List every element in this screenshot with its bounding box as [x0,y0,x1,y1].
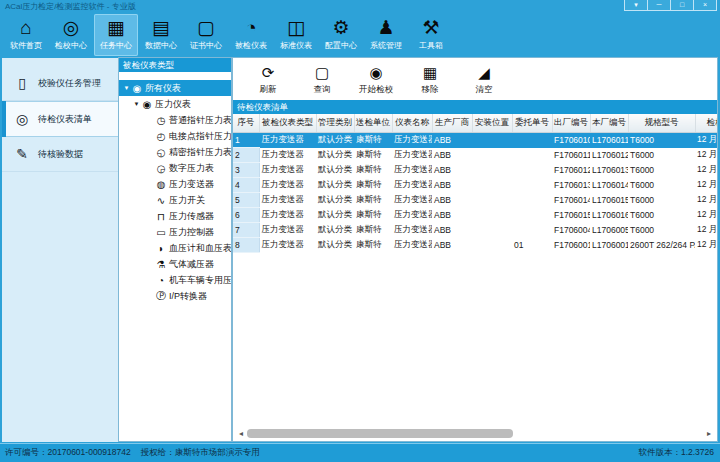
nav-item-toolbox[interactable]: ⚒工具箱 [409,14,453,56]
maximize-button[interactable]: □ [670,0,693,10]
scrollbar-track[interactable] [246,429,704,438]
table-row[interactable]: 7压力变送器默认分类康斯特压力变送器ABBF1706004L1706005T60… [233,223,718,238]
tree-item-ip-converter[interactable]: ⓅI/P转换器 [119,288,231,304]
nav-item-calibration-center[interactable]: ◎检校中心 [49,14,93,56]
table-cell: 压力变送器 [392,208,432,223]
query-button[interactable]: ▢查询 [297,60,347,98]
instrument-table: 序号被检仪表类型管理类别送检单位仪表名称生产厂商安装位置委托单号出厂编号本厂编号… [233,114,718,253]
tree-item-label: 普通指针压力表 [169,114,231,127]
column-header-1[interactable]: 被检仪表类型 [259,114,316,133]
tree-item-all-instruments[interactable]: ▼◉所有仪表 [119,80,231,96]
tree-item-pressure-transmitter[interactable]: ◍压力变送器 [119,176,231,192]
table-cell: 压力变送器 [259,148,316,163]
tree-item-electric-contact-pointer-gauge[interactable]: ◴电接点指针压力表 [119,128,231,144]
nav-item-system-management[interactable]: ♟系统管理 [364,14,408,56]
nav-item-task-center[interactable]: ▦任务中心 [94,14,138,56]
table-cell: 康斯特 [354,193,392,208]
table-row[interactable]: 2压力变送器默认分类康斯特压力变送器ABBF1706011L1706012T60… [233,148,718,163]
tree-item-pressure-instruments[interactable]: ▼◉压力仪表 [119,96,231,112]
nav-item-checked-instruments[interactable]: ◔被检仪表 [229,14,273,56]
column-header-4[interactable]: 仪表名称 [392,114,432,133]
nav-item-data-center[interactable]: ▤数据中心 [139,14,183,56]
column-header-2[interactable]: 管理类别 [316,114,354,133]
main-area: ▯校验仪任务管理◎待检仪表清单✎待核验数据 被检仪表类型 ▼◉所有仪表▼◉压力仪… [0,57,720,444]
close-button[interactable]: × [693,0,716,10]
table-cell: L1706012 [590,148,628,163]
actions-toolbar: ⟳刷新▢查询◉开始检校▦移除◢清空 [233,58,717,100]
tree-item-precision-pointer-gauge[interactable]: ◵精密指针压力表 [119,144,231,160]
table-row[interactable]: 6压力变送器默认分类康斯特压力变送器ABBF1706015L1706016T60… [233,208,718,223]
tree-item-digital-pressure-gauge[interactable]: ◶数字压力表 [119,160,231,176]
column-header-7[interactable]: 委托单号 [512,114,552,133]
scroll-right-arrow-icon[interactable]: ▸ [704,428,714,439]
table-row[interactable]: 4压力变送器默认分类康斯特压力变送器ABBF1706013L1706014T60… [233,178,718,193]
table-cell: T6000 [628,178,695,193]
start-check-button[interactable]: ◉开始检校 [351,60,401,98]
tree-item-sphygmomanometer[interactable]: ◗血压计和血压表 [119,240,231,256]
sidebar-item-pending-instrument-list[interactable]: ◎待检仪表清单 [2,101,118,137]
content-panel: ⟳刷新▢查询◉开始检校▦移除◢清空 待检仪表清单 序号被检仪表类型管理类别送检单… [232,57,718,442]
table-cell: 12 月 [695,193,718,208]
table-cell: ABB [432,178,472,193]
column-header-3[interactable]: 送检单位 [354,114,392,133]
remove-button[interactable]: ▦移除 [405,60,455,98]
scroll-left-arrow-icon[interactable]: ◂ [236,428,246,439]
tree-item-ordinary-pointer-gauge[interactable]: ◷普通指针压力表 [119,112,231,128]
table-cell: L1706013 [590,163,628,178]
table-cell: T6000 [628,133,695,148]
table-row[interactable]: 3压力变送器默认分类康斯特压力变送器ABBF1706012L1706013T60… [233,163,718,178]
pending-verify-data-icon: ✎ [14,146,30,162]
clear-icon: ◢ [478,63,490,82]
table-cell: ABB [432,133,472,148]
table-cell: 康斯特 [354,208,392,223]
table-row[interactable]: 1压力变送器默认分类康斯特压力变送器ABBF1706010L1706011T60… [233,133,718,148]
action-button-label: 查询 [314,84,331,96]
column-header-8[interactable]: 出厂编号 [552,114,590,133]
task-center-icon: ▦ [107,15,125,40]
table-body: 1压力变送器默认分类康斯特压力变送器ABBF1706010L1706011T60… [233,133,718,253]
table-cell: F1706010 [552,133,590,148]
tree-item-pressure-switch[interactable]: ∿压力开关 [119,192,231,208]
standard-instruments-icon: ◫ [287,15,305,40]
table-cell: 12 月 [695,178,718,193]
pressure-instruments-icon: ◉ [141,99,153,110]
tree-item-pressure-sensor[interactable]: ⊓压力传感器 [119,208,231,224]
pin-button[interactable]: ▾ [625,0,647,10]
column-header-9[interactable]: 本厂编号 [590,114,628,133]
column-header-0[interactable]: 序号 [233,114,259,133]
tree-item-pressure-controller[interactable]: ▭压力控制器 [119,224,231,240]
table-cell: ABB [432,238,472,253]
sidebar-item-pending-verify-data[interactable]: ✎待核验数据 [2,137,118,172]
table-row[interactable]: 8压力变送器默认分类康斯特压力变送器ABB01F1706001L17060012… [233,238,718,253]
table-cell [472,163,512,178]
column-header-5[interactable]: 生产厂商 [432,114,472,133]
window-title: ACal压力检定/检测监控软件 - 专业版 [5,1,136,12]
column-header-6[interactable]: 安装位置 [472,114,512,133]
nav-item-home[interactable]: ⌂软件首页 [4,14,48,56]
pressure-switch-icon: ∿ [155,195,167,206]
column-header-11[interactable]: 检校 [695,114,718,133]
column-header-10[interactable]: 规格型号 [628,114,695,133]
nav-item-certificate-center[interactable]: ▢证书中心 [184,14,228,56]
ip-converter-icon: Ⓟ [155,289,167,303]
table-cell: 默认分类 [316,208,354,223]
table-cell: 默认分类 [316,193,354,208]
expand-arrow-icon: ▼ [122,85,131,91]
row-number-cell: 8 [233,238,259,253]
list-panel-header: 待检仪表清单 [233,100,717,114]
expand-arrow-icon: ▼ [132,101,141,107]
nav-item-config-center[interactable]: ⚙配置中心 [319,14,363,56]
scrollbar-thumb[interactable] [247,429,513,438]
clear-button[interactable]: ◢清空 [459,60,509,98]
table-cell: 压力变送器 [259,133,316,148]
nav-item-standard-instruments[interactable]: ◫标准仪表 [274,14,318,56]
sidebar-item-calibrator-task-management[interactable]: ▯校验仪任务管理 [2,66,118,101]
tree-item-locomotive-pressure-gauge[interactable]: ◔机车车辆专用压力表 [119,272,231,288]
refresh-button[interactable]: ⟳刷新 [243,60,293,98]
table-row[interactable]: 5压力变送器默认分类康斯特压力变送器ABBF1706014L1706015T60… [233,193,718,208]
nav-item-label: 任务中心 [100,40,132,51]
minimize-button[interactable]: ─ [647,0,670,10]
horizontal-scrollbar[interactable]: ◂ ▸ [236,428,714,439]
table-cell [472,148,512,163]
tree-item-gas-pressure-reducer[interactable]: ⚗气体减压器 [119,256,231,272]
